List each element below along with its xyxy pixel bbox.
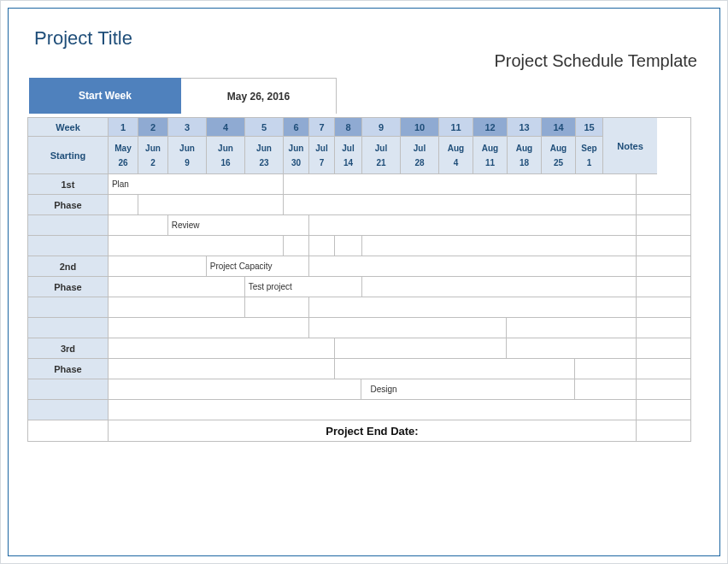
notes-cell[interactable] <box>637 297 690 318</box>
month: Jun <box>256 144 272 153</box>
month: Aug <box>550 144 567 153</box>
week-num: 10 <box>401 118 439 137</box>
gantt-bar[interactable] <box>335 359 576 379</box>
week-num: 6 <box>284 118 309 137</box>
empty-cell <box>309 256 637 277</box>
month: Jul <box>414 144 426 153</box>
table-row: Phase Test project <box>28 277 690 297</box>
day: 1 <box>587 158 592 167</box>
schedule-grid: Week 1 2 3 4 5 6 7 8 9 10 11 12 13 14 15… <box>27 117 691 442</box>
month: Sep <box>581 144 596 153</box>
phase-label: 1st <box>28 174 109 195</box>
table-row: 3rd <box>28 338 690 359</box>
gantt-bar[interactable] <box>335 338 508 359</box>
week-num: 3 <box>168 118 207 137</box>
notes-cell[interactable] <box>637 256 690 277</box>
empty-cell <box>309 215 637 236</box>
day: 21 <box>376 158 385 167</box>
month: Jun <box>218 144 233 153</box>
notes-cell[interactable] <box>637 379 690 400</box>
table-row: Phase <box>28 195 690 215</box>
page: Project Title Project Schedule Template … <box>0 0 728 564</box>
empty-cell <box>507 338 637 359</box>
week-num: 11 <box>439 118 473 137</box>
notes-header: Notes <box>603 118 657 174</box>
day: 14 <box>343 158 353 167</box>
empty-cell <box>575 359 637 379</box>
notes-cell[interactable] <box>637 215 690 236</box>
notes-cell[interactable] <box>637 195 690 215</box>
notes-cell[interactable] <box>637 174 690 195</box>
gantt-bar[interactable] <box>309 318 508 338</box>
start-week-box: Start Week May 26, 2016 <box>29 78 701 114</box>
notes-cell[interactable] <box>637 277 690 297</box>
starting-label: Starting <box>28 137 109 174</box>
phase-label <box>28 318 109 338</box>
notes-cell[interactable] <box>637 400 690 420</box>
day: 11 <box>485 158 495 167</box>
day: 4 <box>454 158 459 167</box>
phase-label: Phase <box>28 277 109 297</box>
day: 9 <box>185 158 190 167</box>
gantt-bar[interactable] <box>335 236 362 256</box>
end-date-label: Project End Date: <box>326 425 418 438</box>
day: 26 <box>118 158 127 167</box>
notes-cell[interactable] <box>637 359 690 379</box>
date-col: Aug11 <box>473 137 508 174</box>
task-design[interactable]: Design <box>361 379 575 400</box>
notes-cell[interactable] <box>637 236 690 256</box>
week-num: 14 <box>542 118 576 137</box>
task-capacity[interactable]: Project Capacity <box>207 256 309 277</box>
day: 23 <box>259 158 268 167</box>
empty-cell <box>109 195 138 215</box>
date-col: Jul28 <box>401 137 439 174</box>
start-week-value[interactable]: May 26, 2016 <box>181 78 337 114</box>
gantt-bar[interactable] <box>138 195 284 215</box>
notes-cell[interactable] <box>637 338 690 359</box>
month: Jun <box>289 144 304 153</box>
date-col: Jun30 <box>284 137 309 174</box>
day: 25 <box>554 158 563 167</box>
empty-cell <box>109 400 637 420</box>
week-num: 2 <box>138 118 168 137</box>
empty-cell <box>362 236 637 256</box>
day: 28 <box>414 158 424 167</box>
task-plan[interactable]: Plan <box>109 174 284 195</box>
notes-cell[interactable] <box>637 318 690 338</box>
empty-cell <box>507 318 637 338</box>
gantt-bar[interactable] <box>284 236 309 256</box>
month: Jun <box>145 144 161 153</box>
empty-cell <box>109 236 284 256</box>
table-row: Phase <box>28 359 690 379</box>
phase-label <box>28 400 109 420</box>
phase-label: 3rd <box>28 338 109 359</box>
week-label-cell: Week <box>28 118 109 137</box>
document-frame: Project Title Project Schedule Template … <box>8 8 720 556</box>
day: 2 <box>150 158 156 167</box>
empty-cell <box>109 277 245 297</box>
gantt-bar[interactable] <box>245 297 309 318</box>
month: Aug <box>516 144 532 153</box>
week-num: 9 <box>362 118 401 137</box>
task-review[interactable]: Review <box>168 215 309 236</box>
day: 7 <box>320 158 325 167</box>
empty-cell <box>109 297 245 318</box>
month: Aug <box>482 144 498 153</box>
phase-label <box>28 236 109 256</box>
end-date-row: Project End Date: <box>28 420 690 441</box>
end-date-cell: Project End Date: <box>109 420 637 441</box>
day: 16 <box>220 158 230 167</box>
week-num: 7 <box>309 118 335 137</box>
date-col: Jun16 <box>207 137 245 174</box>
week-num: 5 <box>245 118 284 137</box>
task-test[interactable]: Test project <box>245 277 362 297</box>
table-row <box>28 297 690 318</box>
date-col: Sep1 <box>576 137 603 174</box>
date-col: Aug25 <box>542 137 576 174</box>
empty-cell <box>309 236 335 256</box>
table-row <box>28 318 690 338</box>
notes-cell[interactable] <box>637 420 690 441</box>
table-row: 1st Plan <box>28 174 690 195</box>
month: Jul <box>315 144 327 153</box>
empty-cell <box>284 174 637 195</box>
